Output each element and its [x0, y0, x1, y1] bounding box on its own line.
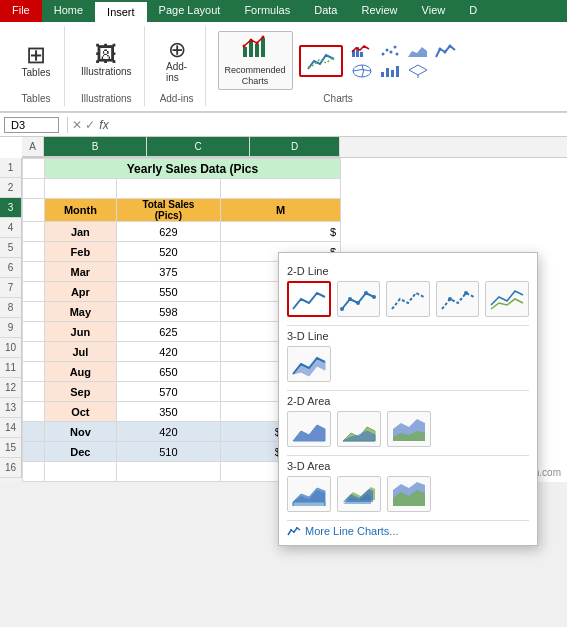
cell-nov-sales[interactable]: 420 [116, 422, 220, 442]
cell-apr[interactable]: Apr [45, 282, 117, 302]
illustrations-label: Illustrations [81, 66, 132, 77]
cell-oct[interactable]: Oct [45, 402, 117, 422]
table-row: Yearly Sales Data (Pics [23, 159, 341, 179]
area-3d-chart-icon-2[interactable] [337, 476, 381, 512]
area-2d-label: 2-D Area [287, 395, 529, 407]
maps-button[interactable] [349, 62, 375, 80]
cell-sep-sales[interactable]: 570 [116, 382, 220, 402]
tables-button[interactable]: ⊞ Tables [16, 41, 56, 80]
svg-point-26 [340, 307, 344, 311]
addins-icon: ⊕ [168, 39, 186, 61]
cell-apr-sales[interactable]: 550 [116, 282, 220, 302]
cell-feb-sales[interactable]: 520 [116, 242, 220, 262]
tab-home[interactable]: Home [42, 0, 95, 22]
area-2d-chart-icon-1[interactable] [287, 411, 331, 447]
svg-point-29 [364, 291, 368, 295]
table-row [23, 179, 341, 199]
bar-chart-button-2[interactable] [433, 42, 459, 60]
recommended-charts-button[interactable]: RecommendedCharts [218, 31, 293, 91]
3d-button[interactable] [405, 62, 431, 80]
divider-1 [287, 325, 529, 326]
cell-a2[interactable] [23, 179, 45, 199]
addins-button[interactable]: ⊕ Add-ins [157, 37, 197, 85]
scatter-chart-button[interactable] [377, 42, 403, 60]
cell-dec[interactable]: Dec [45, 442, 117, 462]
cell-d2[interactable] [221, 179, 341, 199]
cell-jun[interactable]: Jun [45, 322, 117, 342]
cell-a3[interactable] [23, 199, 45, 222]
tab-insert[interactable]: Insert [95, 0, 147, 22]
svg-point-16 [438, 47, 441, 50]
svg-point-27 [348, 297, 352, 301]
cell-title[interactable]: Yearly Sales Data (Pics [45, 159, 341, 179]
line-3d-label: 3-D Line [287, 330, 529, 342]
formula-input[interactable] [115, 119, 563, 131]
tab-data[interactable]: Data [302, 0, 349, 22]
cell-jun-sales[interactable]: 625 [116, 322, 220, 342]
cell-jul-sales[interactable]: 420 [116, 342, 220, 362]
cell-reference[interactable]: D3 [4, 117, 59, 133]
line-chart-icon-3[interactable] [386, 281, 430, 317]
area-3d-icons-row [287, 476, 529, 512]
more-line-charts-link[interactable]: More Line Charts... [287, 525, 529, 537]
tab-formulas[interactable]: Formulas [232, 0, 302, 22]
tables-group-label: Tables [22, 93, 51, 104]
line-chart-icon-4[interactable] [436, 281, 480, 317]
cell-jan[interactable]: Jan [45, 222, 117, 242]
area-3d-chart-icon-3[interactable] [387, 476, 431, 512]
cell-a1[interactable] [23, 159, 45, 179]
col-header-c[interactable]: C [147, 137, 250, 157]
area-chart-button[interactable] [405, 42, 431, 60]
cell-aug-sales[interactable]: 650 [116, 362, 220, 382]
tab-d[interactable]: D [457, 0, 489, 22]
line-chart-icon-2[interactable] [337, 281, 381, 317]
cell-aug[interactable]: Aug [45, 362, 117, 382]
tab-page-layout[interactable]: Page Layout [147, 0, 233, 22]
cell-jan-sales[interactable]: 629 [116, 222, 220, 242]
cell-mar-sales[interactable]: 375 [116, 262, 220, 282]
cell-jan-money[interactable]: $ [221, 222, 341, 242]
pivot-chart-button[interactable] [377, 62, 403, 80]
cell-c2[interactable] [116, 179, 220, 199]
tab-file[interactable]: File [0, 0, 42, 22]
area-3d-chart-icon-1[interactable] [287, 476, 331, 512]
cell-may-sales[interactable]: 598 [116, 302, 220, 322]
addins-label: Add-ins [166, 61, 187, 83]
cell-feb[interactable]: Feb [45, 242, 117, 262]
cell-a4[interactable] [23, 222, 45, 242]
col-header-b[interactable]: B [44, 137, 147, 157]
divider-4 [287, 520, 529, 521]
cell-oct-sales[interactable]: 350 [116, 402, 220, 422]
cell-month-header[interactable]: Month [45, 199, 117, 222]
cell-jul[interactable]: Jul [45, 342, 117, 362]
cell-b2[interactable] [45, 179, 117, 199]
tab-view[interactable]: View [410, 0, 458, 22]
cell-may[interactable]: May [45, 302, 117, 322]
illustrations-icon: 🖼 [95, 44, 117, 66]
cell-nov[interactable]: Nov [45, 422, 117, 442]
row-num-1: 1 [0, 158, 22, 178]
chart-combo-button[interactable] [349, 42, 375, 60]
svg-point-13 [389, 50, 392, 53]
cell-sep[interactable]: Sep [45, 382, 117, 402]
cell-m-header[interactable]: M [221, 199, 341, 222]
tab-review[interactable]: Review [349, 0, 409, 22]
line-3d-chart-icon[interactable] [287, 346, 331, 382]
cell-dec-sales[interactable]: 510 [116, 442, 220, 462]
chart-type-dropdown: 2-D Line [278, 252, 538, 546]
illustrations-button[interactable]: 🖼 Illustrations [77, 42, 136, 79]
line-chart-icon-5[interactable] [485, 281, 529, 317]
col-headers: A B C D [22, 137, 567, 158]
col-header-d[interactable]: D [250, 137, 340, 157]
line-chart-icon-1[interactable] [287, 281, 331, 317]
svg-point-12 [385, 48, 388, 51]
svg-rect-3 [261, 38, 265, 57]
divider-3 [287, 455, 529, 456]
svg-rect-21 [386, 68, 389, 77]
area-2d-chart-icon-2[interactable] [337, 411, 381, 447]
area-2d-chart-icon-3[interactable] [387, 411, 431, 447]
col-header-a[interactable]: A [22, 137, 44, 157]
line-chart-button[interactable] [299, 45, 343, 77]
cell-mar[interactable]: Mar [45, 262, 117, 282]
cell-sales-header[interactable]: Total Sales(Pics) [116, 199, 220, 222]
